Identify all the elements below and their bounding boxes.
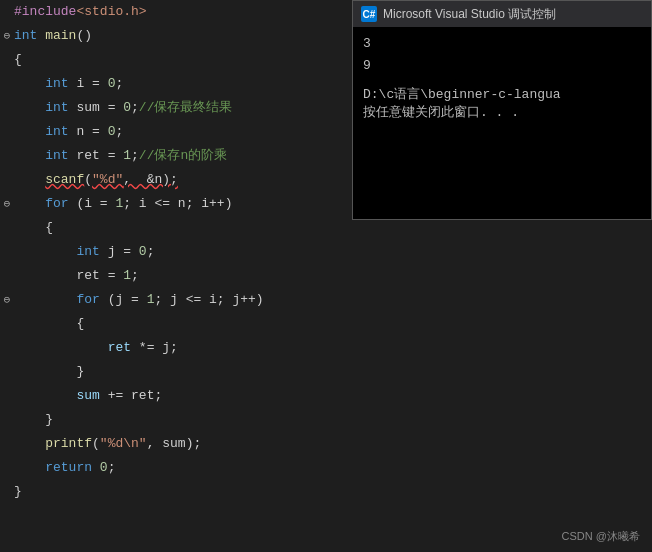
code-line: ⊖ for (j = 1; j <= i; j++)	[0, 288, 370, 312]
code-line: #include<stdio.h>	[0, 0, 370, 24]
line-content: sum += ret;	[14, 384, 162, 408]
token: ; i <= n; i++)	[123, 192, 232, 216]
line-content: int n = 0;	[14, 120, 123, 144]
console-path: D:\c语言\beginner-c-langua	[363, 85, 641, 103]
token: printf	[45, 432, 92, 456]
line-content: {	[14, 216, 53, 240]
token: "%d\n"	[100, 432, 147, 456]
code-editor: #include<stdio.h>⊖int main(){ int i = 0;…	[0, 0, 370, 552]
code-line: {	[0, 312, 370, 336]
token: //保存n的阶乘	[139, 144, 227, 168]
token: ;	[131, 264, 139, 288]
code-line: int ret = 1;//保存n的阶乘	[0, 144, 370, 168]
token: 1	[115, 192, 123, 216]
token: (j =	[100, 288, 147, 312]
token: ; j <= i; j++)	[154, 288, 263, 312]
code-line: {	[0, 216, 370, 240]
token: #include	[14, 0, 76, 24]
token: return	[45, 456, 92, 480]
line-content: int i = 0;	[14, 72, 123, 96]
fold-indicator[interactable]: ⊖	[0, 192, 14, 216]
token	[37, 24, 45, 48]
code-line: }	[0, 408, 370, 432]
token: for	[76, 288, 99, 312]
line-content: scanf("%d", &n);	[14, 168, 178, 192]
token: int	[45, 144, 68, 168]
token: j =	[100, 240, 139, 264]
code-line: int n = 0;	[0, 120, 370, 144]
token: ()	[76, 24, 92, 48]
line-content: int j = 0;	[14, 240, 154, 264]
token: ;	[108, 456, 116, 480]
console-window: C# Microsoft Visual Studio 调试控制 3 9 D:\c…	[352, 0, 652, 220]
line-content: {	[14, 312, 84, 336]
console-icon: C#	[361, 6, 377, 22]
token: (i =	[69, 192, 116, 216]
token: ret =	[76, 264, 123, 288]
line-content: }	[14, 480, 22, 504]
output-line-1: 3	[363, 33, 641, 55]
token: }	[76, 360, 84, 384]
token: (	[92, 432, 100, 456]
token: ;	[115, 120, 123, 144]
token: 1	[123, 264, 131, 288]
line-content: ret *= j;	[14, 336, 178, 360]
token: main	[45, 24, 76, 48]
line-content: #include<stdio.h>	[14, 0, 147, 24]
code-line: int i = 0;	[0, 72, 370, 96]
line-content: {	[14, 48, 22, 72]
token: 1	[123, 144, 131, 168]
code-line: ret = 1;	[0, 264, 370, 288]
code-line: return 0;	[0, 456, 370, 480]
line-content: for (j = 1; j <= i; j++)	[14, 288, 264, 312]
code-line: ret *= j;	[0, 336, 370, 360]
line-content: int sum = 0;//保存最终结果	[14, 96, 232, 120]
fold-indicator[interactable]: ⊖	[0, 24, 14, 48]
line-content: ret = 1;	[14, 264, 139, 288]
token: {	[14, 48, 22, 72]
token: n =	[69, 120, 108, 144]
token: sum =	[69, 96, 124, 120]
token: int	[45, 120, 68, 144]
code-line: {	[0, 48, 370, 72]
token: i =	[69, 72, 108, 96]
token: ret =	[69, 144, 124, 168]
console-press-hint: 按任意键关闭此窗口. . .	[363, 103, 641, 121]
console-body: 3 9 D:\c语言\beginner-c-langua 按任意键关闭此窗口. …	[353, 27, 651, 219]
token: }	[45, 408, 53, 432]
token: //保存最终结果	[139, 96, 233, 120]
token: 0	[108, 120, 116, 144]
console-title: Microsoft Visual Studio 调试控制	[383, 6, 643, 23]
token: 0	[139, 240, 147, 264]
token: <stdio.h>	[76, 0, 146, 24]
output-line-2: 9	[363, 55, 641, 77]
code-line: int j = 0;	[0, 240, 370, 264]
token: int	[14, 24, 37, 48]
token: int	[45, 72, 68, 96]
code-line: }	[0, 360, 370, 384]
line-content: }	[14, 408, 53, 432]
code-line: }	[0, 480, 370, 504]
token: 0	[108, 72, 116, 96]
token: , sum);	[147, 432, 202, 456]
fold-indicator[interactable]: ⊖	[0, 288, 14, 312]
code-line: ⊖int main()	[0, 24, 370, 48]
code-line: scanf("%d", &n);	[0, 168, 370, 192]
token: 1	[147, 288, 155, 312]
token: 0	[100, 456, 108, 480]
token: {	[76, 312, 84, 336]
line-content: printf("%d\n", sum);	[14, 432, 201, 456]
token	[92, 456, 100, 480]
watermark: CSDN @沐曦希	[562, 529, 640, 544]
line-content: for (i = 1; i <= n; i++)	[14, 192, 232, 216]
token: int	[76, 240, 99, 264]
token: 0	[123, 96, 131, 120]
code-line: int sum = 0;//保存最终结果	[0, 96, 370, 120]
line-content: return 0;	[14, 456, 115, 480]
code-line: ⊖ for (i = 1; i <= n; i++)	[0, 192, 370, 216]
line-content: int ret = 1;//保存n的阶乘	[14, 144, 227, 168]
token: ;	[131, 144, 139, 168]
console-titlebar: C# Microsoft Visual Studio 调试控制	[353, 1, 651, 27]
token: }	[14, 480, 22, 504]
line-content: int main()	[14, 24, 92, 48]
